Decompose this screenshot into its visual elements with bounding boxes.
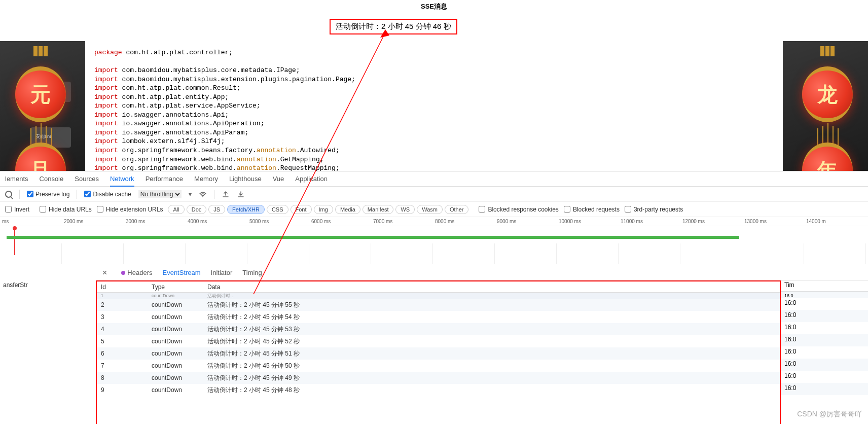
table-row[interactable]: 1countDown活动倒计时… [97, 293, 780, 299]
disable-cache-checkbox[interactable]: Disable cache [84, 191, 131, 198]
request-list[interactable]: ansferStr [0, 280, 96, 424]
filter-pill-media[interactable]: Media [335, 205, 360, 214]
filter-row: Invert Hide data URLs Hide extension URL… [0, 202, 868, 217]
blocked-cookies-checkbox[interactable]: Blocked response cookies [479, 206, 558, 213]
hide-ext-urls-checkbox[interactable]: Hide extension URLs [97, 206, 163, 213]
time-mark: 10000 ms [557, 219, 619, 224]
table-row[interactable]: 2countDown活动倒计时：2 小时 45 分钟 55 秒 [97, 299, 780, 311]
table-row[interactable]: 9countDown活动倒计时：2 小时 45 分钟 48 秒 [97, 384, 780, 396]
time-mark: 4000 ms [186, 219, 247, 224]
filter-pill-other[interactable]: Other [445, 205, 469, 214]
table-row[interactable]: 7countDown活动倒计时：2 小时 45 分钟 50 秒 [97, 360, 780, 372]
time-mark: 5000 ms [247, 219, 309, 224]
time-mark: 2000 ms [62, 219, 124, 224]
tab-initiator[interactable]: Initiator [211, 269, 233, 276]
filter-pill-ws[interactable]: WS [395, 205, 415, 214]
tab-network[interactable]: Network [110, 175, 134, 187]
bottom-grid: ansferStr Id Type Data 1countDown活动倒计时… … [0, 280, 868, 424]
close-icon[interactable]: × [102, 268, 107, 277]
time-cell: 16:0 [781, 310, 868, 322]
filter-pill-font[interactable]: Font [291, 205, 312, 214]
hero-banner: 元 旦 龙 年 package com.ht.atp.plat.controll… [0, 41, 868, 173]
time-cell: 16:0 [781, 383, 868, 395]
time-ruler: ms2000 ms3000 ms4000 ms5000 ms6000 ms700… [0, 217, 868, 226]
tab-lements[interactable]: lements [5, 175, 28, 183]
network-toolbar: Preserve log Disable cache No throttling… [0, 187, 868, 202]
blocked-requests-checkbox[interactable]: Blocked requests [564, 206, 620, 213]
timeline-body [0, 226, 868, 264]
invert-checkbox[interactable]: Invert [5, 206, 29, 213]
table-row[interactable]: 5countDown活动倒计时：2 小时 45 分钟 52 秒 [97, 335, 780, 347]
col-id[interactable]: Id [97, 284, 148, 291]
filter-pill-js[interactable]: JS [208, 205, 225, 214]
filter-pill-css[interactable]: CSS [267, 205, 288, 214]
col-data[interactable]: Data [203, 284, 780, 291]
time-mark: 9000 ms [495, 219, 557, 224]
throttle-select[interactable]: No throttling [138, 190, 182, 198]
hide-data-urls-checkbox[interactable]: Hide data URLs [40, 206, 92, 213]
table-row[interactable]: 3countDown活动倒计时：2 小时 45 分钟 54 秒 [97, 311, 780, 323]
svg-point-2 [202, 196, 203, 197]
watermark: CSDN @厉害哥哥吖 [797, 410, 862, 419]
timeline-grid [0, 243, 868, 264]
tab-application[interactable]: Application [295, 175, 328, 183]
tab-sources[interactable]: Sources [75, 175, 99, 183]
list-item[interactable]: ansferStr [3, 281, 93, 289]
table-row[interactable]: 8countDown活动倒计时：2 小时 45 分钟 49 秒 [97, 372, 780, 384]
download-icon[interactable] [237, 190, 245, 198]
timeline-bar [7, 236, 739, 239]
time-cell: 16:0 [781, 334, 868, 346]
upload-icon[interactable] [222, 190, 230, 198]
col-time[interactable]: Tim [781, 280, 868, 292]
filter-pill-fetch-xhr[interactable]: Fetch/XHR [227, 205, 265, 214]
tab-performance[interactable]: Performance [146, 175, 183, 183]
tab-memory[interactable]: Memory [194, 175, 218, 183]
time-cell: 16:0 [781, 298, 868, 310]
time-column: Tim 16:016:016:016:016:016:016:016:016:0 [781, 280, 868, 424]
table-header: Id Type Data [97, 281, 780, 293]
search-icon[interactable] [5, 191, 12, 198]
devtools-panel: lementsConsoleSourcesNetworkPerformanceM… [0, 171, 868, 424]
countdown-display: 活动倒计时：2 小时 45 分钟 46 秒 [330, 19, 457, 34]
tab-console[interactable]: Console [40, 175, 64, 183]
filter-pill-wasm[interactable]: Wasm [417, 205, 443, 214]
table-row[interactable]: 6countDown活动倒计时：2 小时 45 分钟 51 秒 [97, 347, 780, 360]
preserve-log-checkbox[interactable]: Preserve log [27, 191, 69, 198]
tab-lighthouse[interactable]: Lighthouse [229, 175, 262, 183]
time-mark: 7000 ms [371, 219, 433, 224]
filter-pills: AllDocJSFetch/XHRCSSFontImgMediaManifest… [168, 205, 468, 214]
time-mark: 8000 ms [433, 219, 495, 224]
time-mark: 11000 ms [619, 219, 680, 224]
col-type[interactable]: Type [148, 284, 203, 291]
wifi-icon[interactable] [199, 190, 207, 198]
devtools-tabs: lementsConsoleSourcesNetworkPerformanceM… [0, 171, 868, 187]
filter-pill-all[interactable]: All [168, 205, 184, 214]
code-panel: package com.ht.atp.plat.controller;impor… [85, 41, 783, 173]
tab-vue[interactable]: Vue [273, 175, 284, 183]
request-subtabs: × Headers EventStream Initiator Timing [96, 265, 868, 280]
page-title: SSE消息 [0, 0, 868, 13]
time-mark: 12000 ms [680, 219, 742, 224]
filter-pill-doc[interactable]: Doc [187, 205, 207, 214]
time-mark: 13000 ms [742, 219, 804, 224]
eventstream-table: Id Type Data 1countDown活动倒计时… 2countDown… [96, 280, 781, 424]
time-cell: 16:0 [781, 371, 868, 383]
lantern-char: 元 [15, 66, 66, 122]
time-cell: 16:0 [781, 346, 868, 359]
lantern-right: 龙 年 [789, 46, 865, 148]
third-party-checkbox[interactable]: 3rd-party requests [625, 206, 683, 213]
lantern-char: 年 [802, 143, 853, 173]
time-cell: 16:0 [781, 322, 868, 334]
timeline[interactable]: ms2000 ms3000 ms4000 ms5000 ms6000 ms700… [0, 217, 868, 265]
tab-timing[interactable]: Timing [242, 269, 262, 276]
filter-pill-manifest[interactable]: Manifest [363, 205, 394, 214]
lantern-char: 龙 [802, 66, 853, 122]
table-row[interactable]: 4countDown活动倒计时：2 小时 45 分钟 53 秒 [97, 323, 780, 335]
time-mark: 14000 m [804, 219, 866, 224]
tab-headers[interactable]: Headers [121, 269, 152, 276]
tab-eventstream[interactable]: EventStream [162, 269, 200, 276]
time-mark: 3000 ms [124, 219, 186, 224]
lantern-left: 元 旦 [3, 46, 79, 148]
time-cell: 16:0 [781, 359, 868, 371]
filter-pill-img[interactable]: Img [314, 205, 333, 214]
